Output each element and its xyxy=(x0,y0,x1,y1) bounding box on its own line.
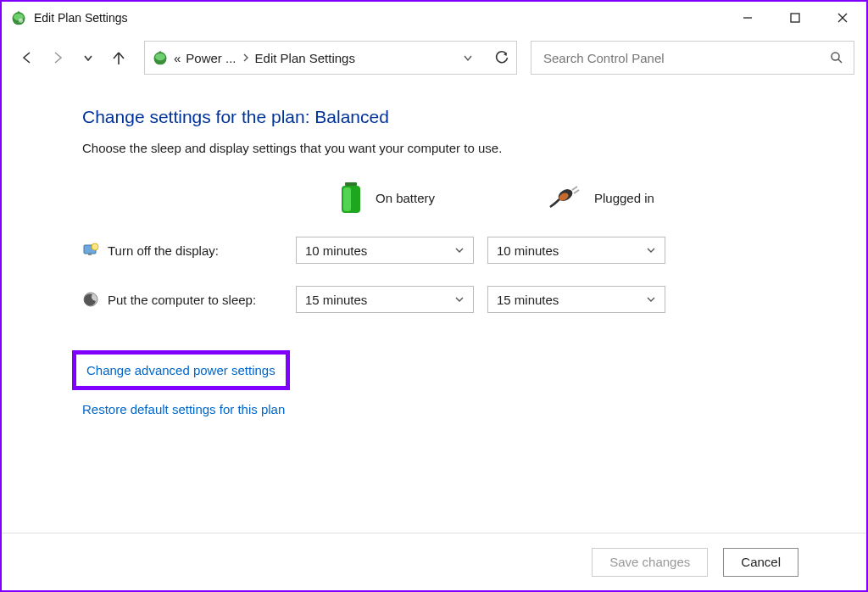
svg-line-16 xyxy=(572,187,577,190)
refresh-button[interactable] xyxy=(494,50,509,65)
display-icon xyxy=(82,242,99,259)
window-title: Edit Plan Settings xyxy=(34,11,128,25)
battery-label: On battery xyxy=(376,191,435,205)
breadcrumb-separator-icon xyxy=(242,53,250,62)
plug-icon xyxy=(548,185,584,210)
minimize-button[interactable] xyxy=(724,2,771,34)
footer-bar: Save changes Cancel xyxy=(2,533,866,590)
display-plugged-value: 10 minutes xyxy=(497,243,559,258)
cancel-button[interactable]: Cancel xyxy=(723,548,798,577)
sleep-setting-row: Put the computer to sleep: 15 minutes 15… xyxy=(82,286,866,313)
battery-column-header: On battery xyxy=(337,181,515,215)
svg-point-2 xyxy=(19,19,23,23)
breadcrumb-dropdown-icon[interactable] xyxy=(462,52,474,64)
svg-rect-13 xyxy=(343,187,351,211)
forward-button[interactable] xyxy=(44,44,71,71)
chevron-down-icon xyxy=(646,245,656,255)
svg-point-20 xyxy=(92,243,98,250)
breadcrumb-item-2[interactable]: Edit Plan Settings xyxy=(255,51,355,65)
recent-locations-button[interactable] xyxy=(75,44,102,71)
svg-rect-11 xyxy=(345,182,357,186)
sleep-battery-value: 15 minutes xyxy=(305,293,367,307)
display-battery-dropdown[interactable]: 10 minutes xyxy=(296,237,474,264)
close-button[interactable] xyxy=(819,2,866,34)
display-battery-value: 10 minutes xyxy=(305,243,367,258)
titlebar: Edit Plan Settings xyxy=(2,2,866,34)
sleep-icon xyxy=(82,291,99,308)
sleep-battery-dropdown[interactable]: 15 minutes xyxy=(296,286,474,313)
plugged-label: Plugged in xyxy=(594,191,654,205)
up-button[interactable] xyxy=(105,44,132,71)
breadcrumb-icon xyxy=(152,49,169,66)
svg-point-8 xyxy=(155,53,165,60)
display-setting-label: Turn off the display: xyxy=(82,242,296,259)
window-frame: Edit Plan Settings xyxy=(0,0,868,592)
search-box[interactable] xyxy=(531,41,854,75)
sleep-label-text: Put the computer to sleep: xyxy=(108,293,256,307)
maximize-button[interactable] xyxy=(771,2,819,34)
address-bar[interactable]: « Power ... Edit Plan Settings xyxy=(144,41,517,75)
content-area: Change settings for the plan: Balanced C… xyxy=(2,81,866,533)
window-controls xyxy=(724,2,866,34)
back-button[interactable] xyxy=(14,44,41,71)
breadcrumb-item-1[interactable]: Power ... xyxy=(186,51,236,65)
page-heading: Change settings for the plan: Balanced xyxy=(82,107,866,127)
app-icon xyxy=(10,9,27,26)
svg-rect-4 xyxy=(791,14,799,22)
search-icon xyxy=(830,51,843,64)
svg-rect-19 xyxy=(88,254,92,255)
display-label-text: Turn off the display: xyxy=(108,243,219,258)
restore-defaults-link[interactable]: Restore default settings for this plan xyxy=(82,402,866,416)
chevron-down-icon xyxy=(454,294,465,304)
page-subtext: Choose the sleep and display settings th… xyxy=(82,141,866,155)
plugged-column-header: Plugged in xyxy=(548,181,726,215)
chevron-down-icon xyxy=(454,245,465,255)
display-setting-row: Turn off the display: 10 minutes 10 minu… xyxy=(82,237,866,264)
display-plugged-dropdown[interactable]: 10 minutes xyxy=(487,237,665,264)
svg-line-17 xyxy=(574,190,579,193)
breadcrumb-prefix: « xyxy=(174,51,181,65)
battery-icon xyxy=(337,181,365,215)
advanced-settings-link[interactable]: Change advanced power settings xyxy=(72,350,290,390)
save-changes-button[interactable]: Save changes xyxy=(592,548,708,577)
sleep-plugged-value: 15 minutes xyxy=(497,293,559,307)
column-headers: On battery Plugged in xyxy=(82,181,866,215)
search-input[interactable] xyxy=(542,50,830,66)
svg-point-9 xyxy=(832,53,839,60)
chevron-down-icon xyxy=(646,294,656,304)
sleep-setting-label: Put the computer to sleep: xyxy=(82,291,296,308)
sleep-plugged-dropdown[interactable]: 15 minutes xyxy=(487,286,665,313)
nav-toolbar: « Power ... Edit Plan Settings xyxy=(2,34,866,81)
svg-line-10 xyxy=(838,59,842,63)
links-area: Change advanced power settings Restore d… xyxy=(82,350,866,416)
